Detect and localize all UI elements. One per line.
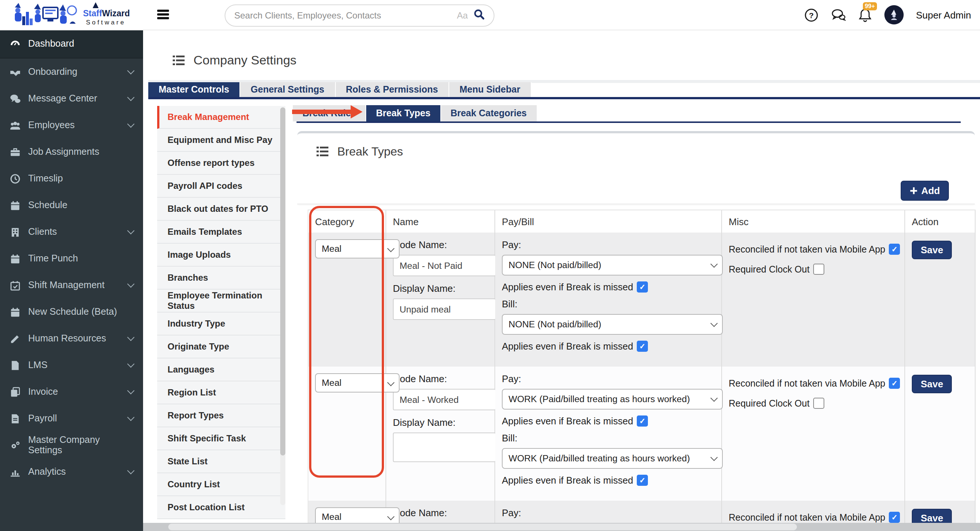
- user-name[interactable]: Super Admin: [916, 9, 971, 21]
- sidebar-item-timeslip[interactable]: Timeslip: [0, 165, 143, 192]
- sidebar-item-label: Human Resources: [28, 333, 106, 344]
- tab-master-controls[interactable]: Master Controls: [148, 82, 240, 97]
- briefcase-icon: [10, 146, 21, 157]
- sub-tab-underline: [296, 122, 961, 123]
- table-row: Meal Code Name: Display Name: Pay: WORK …: [309, 366, 975, 501]
- sidebar-item-lms[interactable]: LMS: [0, 352, 143, 379]
- settings-list-scrollbar[interactable]: [280, 108, 285, 505]
- pay-select[interactable]: WORK (Paid/billed treating as hours work…: [502, 389, 723, 409]
- tab-break-types[interactable]: Break Types: [367, 105, 441, 122]
- reconciled-checkbox[interactable]: [889, 512, 900, 523]
- settings-item-region-list[interactable]: Region List: [157, 381, 285, 404]
- scrollbar-thumb[interactable]: [280, 108, 285, 455]
- sidebar-item-label: Timeslip: [28, 173, 63, 184]
- pay-label: Pay:: [502, 373, 721, 384]
- settings-item-blackout-dates-pto[interactable]: Black out dates for PTO: [157, 198, 285, 221]
- column-header-action: Action: [905, 210, 975, 233]
- settings-item-offense-report-types[interactable]: Offense report types: [157, 152, 285, 175]
- sidebar-item-shift-management[interactable]: Shift Management: [0, 272, 143, 298]
- display-name-input[interactable]: [393, 433, 496, 462]
- messages-icon[interactable]: [830, 8, 845, 22]
- sidebar-item-master-company-settings[interactable]: Master Company Settings: [0, 432, 143, 458]
- sidebar-item-dashboard[interactable]: Dashboard: [0, 30, 143, 59]
- reconciled-checkbox[interactable]: [889, 244, 900, 255]
- user-avatar[interactable]: [884, 5, 903, 24]
- sidebar-item-invoice[interactable]: Invoice: [0, 379, 143, 405]
- sidebar-item-job-assignments[interactable]: Job Assignments: [0, 138, 143, 165]
- list-icon: [317, 147, 328, 157]
- bill-select[interactable]: NONE (Not paid/billed): [502, 314, 723, 335]
- code-name-label: Code Name:: [393, 507, 495, 518]
- applies-checkbox[interactable]: [637, 341, 648, 352]
- pay-label: Pay:: [502, 507, 721, 518]
- settings-item-equipment-misc-pay[interactable]: Equipment and Misc Pay: [157, 129, 285, 152]
- settings-item-originate-type[interactable]: Originate Type: [157, 336, 285, 358]
- chevron-down-icon: [127, 120, 135, 128]
- settings-item-shift-specific-task[interactable]: Shift Specific Task: [157, 427, 285, 450]
- tab-break-categories[interactable]: Break Categories: [441, 105, 537, 122]
- sidebar-item-employees[interactable]: Employees: [0, 112, 143, 138]
- required-clock-out-checkbox[interactable]: [813, 264, 824, 275]
- sidebar-item-onboarding[interactable]: Onboarding: [0, 59, 143, 85]
- settings-item-industry-type[interactable]: Industry Type: [157, 312, 285, 336]
- bill-select[interactable]: WORK (Paid/billed treating as hours work…: [502, 448, 723, 469]
- chevron-down-icon: [127, 334, 135, 341]
- sidebar-item-label: Clients: [28, 227, 57, 237]
- save-button[interactable]: Save: [912, 375, 952, 393]
- pay-label: Pay:: [502, 239, 721, 250]
- brand-name-primary: Staff: [83, 8, 102, 18]
- pay-select[interactable]: NONE (Not paid/billed): [502, 255, 723, 276]
- sidebar-item-human-resources[interactable]: Human Resources: [0, 325, 143, 352]
- add-break-type-button[interactable]: Add: [900, 181, 949, 201]
- tab-roles-permissions[interactable]: Roles & Permissions: [336, 82, 449, 97]
- gears-icon: [10, 439, 21, 451]
- logo-illustration: StaffWizard Software: [9, 2, 137, 28]
- reconciled-checkbox[interactable]: [889, 378, 900, 389]
- required-clock-out-checkbox[interactable]: [813, 398, 824, 409]
- horizontal-scrollbar[interactable]: [143, 523, 980, 531]
- settings-item-country-list[interactable]: Country List: [157, 473, 285, 496]
- code-name-input[interactable]: [393, 255, 496, 276]
- sidebar-item-clients[interactable]: Clients: [0, 219, 143, 245]
- settings-item-branches[interactable]: Branches: [157, 266, 285, 290]
- sidebar-item-time-punch[interactable]: Time Punch: [0, 245, 143, 272]
- settings-item-emails-templates[interactable]: Emails Templates: [157, 221, 285, 244]
- search-icon[interactable]: [474, 8, 485, 22]
- settings-item-state-list[interactable]: State List: [157, 450, 285, 473]
- help-icon[interactable]: ?: [804, 8, 818, 22]
- sidebar-item-label: Employees: [28, 120, 75, 130]
- applies-checkbox[interactable]: [637, 281, 648, 293]
- case-sensitivity-toggle[interactable]: Aa: [457, 10, 468, 21]
- bill-label: Bill:: [502, 298, 721, 309]
- save-button[interactable]: Save: [912, 241, 952, 259]
- settings-item-post-location-list[interactable]: Post Location List: [157, 496, 285, 519]
- applies-checkbox[interactable]: [637, 475, 648, 486]
- bar-chart-icon: [10, 466, 21, 477]
- hamburger-menu-icon[interactable]: [157, 10, 169, 19]
- staffwizard-logo[interactable]: StaffWizard Software: [9, 2, 137, 31]
- settings-item-image-uploads[interactable]: Image Uploads: [157, 244, 285, 266]
- applies-checkbox[interactable]: [637, 415, 648, 426]
- global-search[interactable]: Search Clients, Employees, Contacts Aa: [224, 5, 495, 27]
- notifications-bell-icon[interactable]: 99+: [858, 7, 872, 22]
- display-name-input[interactable]: [393, 298, 496, 320]
- settings-item-employee-termination-status[interactable]: Employee Termination Status: [157, 290, 285, 312]
- settings-item-languages[interactable]: Languages: [157, 358, 285, 381]
- page-title-card: Company Settings: [148, 34, 974, 80]
- sidebar-item-payroll[interactable]: Payroll: [0, 405, 143, 432]
- sidebar-item-new-schedule-beta[interactable]: New Schedule (Beta): [0, 298, 143, 325]
- scrollbar-thumb[interactable]: [168, 524, 797, 530]
- sidebar-item-label: Schedule: [28, 200, 67, 210]
- sidebar-item-message-center[interactable]: Message Center: [0, 85, 143, 112]
- code-name-input[interactable]: [393, 389, 496, 410]
- settings-item-report-types[interactable]: Report Types: [157, 404, 285, 427]
- sidebar-item-label: Analytics: [28, 466, 66, 477]
- main-tabs: Master Controls General Settings Roles &…: [148, 82, 531, 97]
- settings-item-payroll-api-codes[interactable]: Payroll API codes: [157, 175, 285, 198]
- sidebar-item-schedule[interactable]: Schedule: [0, 192, 143, 219]
- settings-item-break-management[interactable]: Break Management: [157, 106, 285, 129]
- sidebar-item-analytics[interactable]: Analytics: [0, 458, 143, 485]
- applies-label: Applies even if Break is missed: [502, 475, 633, 486]
- tab-menu-sidebar[interactable]: Menu Sidebar: [449, 82, 531, 97]
- tab-general-settings[interactable]: General Settings: [240, 82, 336, 97]
